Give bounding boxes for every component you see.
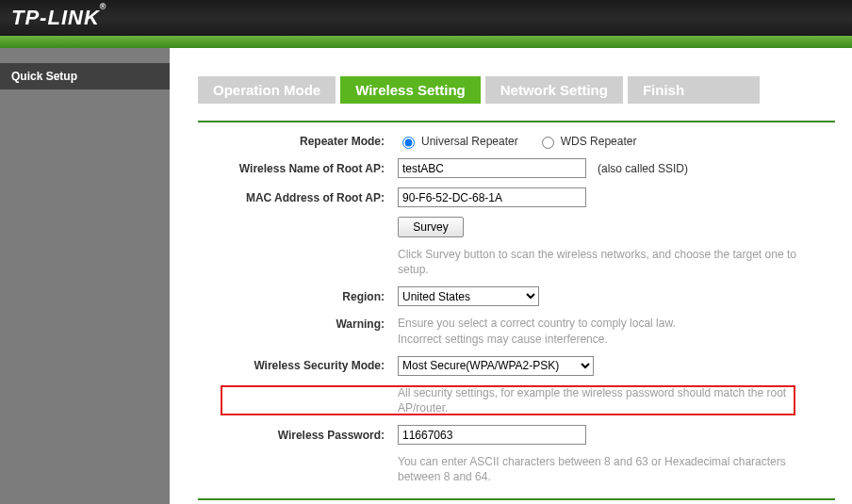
survey-hint: Click Survey button to scan the wireless… — [398, 247, 812, 277]
password-label: Wireless Password: — [198, 429, 398, 442]
mac-label: MAC Address of Root AP: — [198, 191, 398, 204]
radio-wds-repeater[interactable]: WDS Repeater — [537, 134, 637, 149]
password-hint: You can enter ASCII characters between 8… — [398, 454, 812, 484]
separator-bottom — [198, 498, 835, 500]
radio-wds-label: WDS Repeater — [561, 135, 637, 148]
main-panel: Operation Mode Wireless Setting Network … — [170, 48, 852, 504]
separator-top — [198, 121, 835, 122]
radio-universal-input[interactable] — [402, 137, 415, 149]
tab-finish[interactable]: Finish — [628, 76, 760, 104]
security-mode-select[interactable]: Most Secure(WPA/WPA2-PSK) — [398, 356, 594, 376]
tab-network-setting[interactable]: Network Setting — [485, 76, 623, 104]
brand-reg: ® — [100, 2, 107, 11]
repeater-mode-label: Repeater Mode: — [198, 135, 398, 148]
wireless-name-input[interactable] — [398, 158, 586, 178]
wireless-name-label: Wireless Name of Root AP: — [198, 162, 398, 175]
radio-wds-input[interactable] — [542, 137, 554, 149]
tab-wireless-setting[interactable]: Wireless Setting — [340, 76, 481, 104]
header-accent — [0, 36, 852, 48]
sidebar: Quick Setup — [0, 48, 170, 504]
radio-universal-repeater[interactable]: Universal Repeater — [398, 134, 518, 149]
header: TP-LINK® — [0, 0, 852, 36]
security-hint: All security settings, for example the w… — [398, 385, 812, 415]
brand-text: TP-LINK — [11, 6, 100, 29]
warning-text: Ensure you select a correct country to c… — [398, 316, 676, 346]
tab-operation-mode[interactable]: Operation Mode — [198, 76, 336, 104]
region-select[interactable]: United States — [398, 286, 539, 306]
region-label: Region: — [198, 290, 398, 303]
wizard-tabs: Operation Mode Wireless Setting Network … — [198, 76, 835, 104]
survey-button[interactable]: Survey — [398, 217, 464, 237]
security-mode-label: Wireless Security Mode: — [198, 359, 398, 372]
radio-universal-label: Universal Repeater — [421, 135, 518, 148]
sidebar-item-quick-setup[interactable]: Quick Setup — [0, 63, 170, 89]
brand-logo: TP-LINK® — [11, 6, 106, 30]
password-input[interactable] — [398, 425, 586, 445]
warning-label: Warning: — [198, 316, 398, 331]
wireless-name-note: (also called SSID) — [598, 162, 688, 175]
mac-input[interactable] — [398, 187, 586, 207]
